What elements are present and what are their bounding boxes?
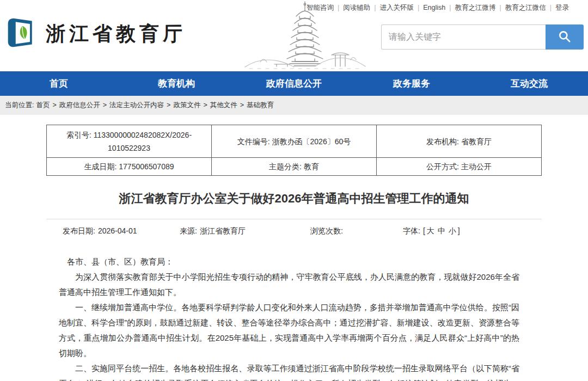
search-input[interactable] — [381, 24, 546, 50]
table-row: 生成日期: 1775006507089 主题分类: 教育 公开方式: 主动公开 — [47, 158, 542, 176]
cell-document-number: 文件编号: 浙教办函〔2026〕60号 — [212, 125, 377, 158]
nav-item-interaction[interactable]: 互动交流 — [470, 71, 588, 96]
breadcrumb-separator: > — [103, 101, 107, 109]
link-care-version[interactable]: 进入关怀版 — [380, 4, 414, 11]
body-paragraph: 为深入贯彻落实教育部关于中小学阳光招生专项行动的精神，守牢教育公平底线，办人民满… — [59, 269, 519, 300]
site-search — [381, 24, 584, 50]
salutation: 各市、县（市、区）教育局： — [59, 254, 519, 269]
page-title: 浙江省教育厅办公室关于做好2026年普通高中招生管理工作的通知 — [33, 190, 555, 207]
nav-item-home[interactable]: 首页 — [0, 71, 118, 96]
breadcrumb-home[interactable]: 首页 — [36, 101, 50, 109]
document-info-table: 索引号: 11330000002482082X/2026-1010522923 … — [46, 125, 542, 176]
link-separator: | — [374, 4, 376, 11]
font-size-medium[interactable]: 中 — [438, 226, 445, 235]
page: 智能咨询|阅读辅助|进入关怀版|English|教育之江微博|教育之江微信|登录… — [0, 0, 588, 381]
site-title: 浙江省教育厅 — [46, 21, 186, 47]
document-body: 各市、县（市、区）教育局： 为深入贯彻落实教育部关于中小学阳光招生专项行动的精神… — [59, 254, 519, 381]
bracket-close: ] — [458, 226, 460, 235]
breadcrumb-separator: > — [203, 101, 207, 109]
logo-book-icon — [5, 16, 38, 51]
body-paragraph: 一、继续增加普通高中学位。各地要科学研判学龄人口变化和外来人口流动趋势，多措并举… — [59, 300, 519, 361]
main-nav: 首页 教育机构 政府信息公开 政务服务 互动交流 — [0, 71, 588, 96]
document-meta: 发布日期:2026-04-01 来源:浙江省教育厅 浏览次数: 字体:[大中小] — [46, 219, 542, 242]
table-row: 索引号: 11330000002482082X/2026-1010522923 … — [47, 125, 542, 158]
link-wechat[interactable]: 教育之江微信 — [505, 4, 546, 11]
font-size-small[interactable]: 小 — [449, 226, 456, 235]
link-separator: | — [550, 4, 552, 11]
font-size-control: 字体:[大中小] — [403, 226, 460, 236]
site-header: 智能咨询|阅读辅助|进入关怀版|English|教育之江微博|教育之江微信|登录… — [0, 0, 588, 71]
cell-disclosure-method: 公开方式: 主动公开 — [377, 158, 542, 176]
breadcrumb: 当前位置:首页>政府信息公开>法定主动公开内容>政策文件>其他文件>基础教育 — [0, 96, 588, 115]
nav-item-institutions[interactable]: 教育机构 — [118, 71, 235, 96]
nav-item-gov-info[interactable]: 政府信息公开 — [235, 71, 353, 96]
breadcrumb-basic-education[interactable]: 基础教育 — [247, 101, 274, 109]
breadcrumb-separator: > — [52, 101, 56, 109]
breadcrumb-gov-info[interactable]: 政府信息公开 — [59, 101, 100, 109]
search-button[interactable] — [546, 24, 584, 50]
link-english[interactable]: English — [423, 4, 445, 11]
link-separator: | — [500, 4, 501, 11]
link-weibo[interactable]: 教育之江微博 — [455, 4, 496, 11]
body-paragraph: 二、实施同平台统一招生。各地各校招生报名、录取等工作须通过浙江省高中阶段学校统一… — [59, 361, 519, 381]
breadcrumb-other-docs[interactable]: 其他文件 — [210, 101, 237, 109]
cell-index-number: 索引号: 11330000002482082X/2026-1010522923 — [47, 125, 212, 158]
cell-issuing-agency: 发布机构: 省教育厅 — [377, 125, 542, 158]
link-separator: | — [449, 4, 451, 11]
breadcrumb-policy-docs[interactable]: 政策文件 — [173, 101, 200, 109]
search-icon — [558, 29, 572, 45]
view-count: 浏览次数: — [310, 226, 346, 236]
pagoda-illustration — [244, 0, 366, 70]
bracket-open: [ — [423, 226, 425, 235]
breadcrumb-prefix: 当前位置: — [5, 101, 34, 109]
link-login[interactable]: 登录 — [555, 4, 569, 11]
cell-topic-category: 主题分类: 教育 — [212, 158, 377, 176]
site-logo[interactable]: 浙江省教育厅 — [5, 16, 186, 51]
publish-date: 发布日期:2026-04-01 — [63, 226, 137, 236]
cell-creation-date: 生成日期: 1775006507089 — [47, 158, 212, 176]
breadcrumb-separator: > — [167, 101, 170, 109]
link-separator: | — [418, 4, 419, 11]
nav-item-gov-services[interactable]: 政务服务 — [353, 71, 470, 96]
breadcrumb-statutory-disclosure[interactable]: 法定主动公开内容 — [109, 101, 164, 109]
source: 来源:浙江省教育厅 — [180, 226, 246, 236]
breadcrumb-separator: > — [240, 101, 244, 109]
font-size-large[interactable]: 大 — [427, 226, 434, 235]
